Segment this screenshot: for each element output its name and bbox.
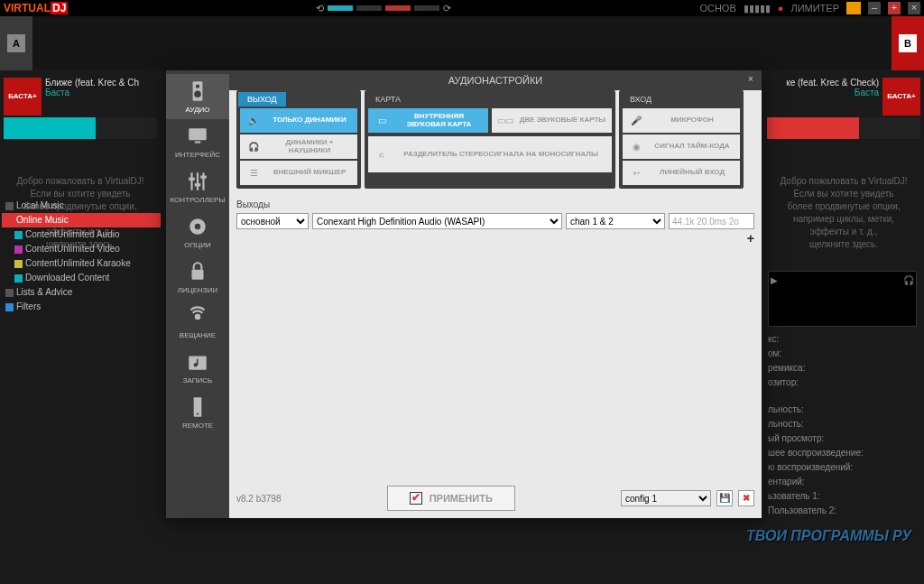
nav-broadcast[interactable]: ВЕЩАНИЕ [166,300,229,345]
nav-options[interactable]: ОПЦИИ [166,209,229,255]
deck-b-waveform[interactable] [767,117,920,139]
svg-point-12 [195,224,201,230]
monitor-icon [186,125,209,148]
music-folder-icon [186,350,209,374]
deck-a-title: Ближе (feat. Krec & Ch [45,78,139,88]
outputs-row: основной Conexant High Definition Audio … [236,213,754,229]
two-cards-icon: ▭▭ [497,113,513,129]
settings-button-top[interactable] [846,2,861,14]
nav-licenses[interactable]: ЛИЦЕНЗИИ [166,255,229,300]
svg-point-14 [195,314,201,320]
track-info-panel: ▶ 🎧 кс: ом: ремикса: озитор: льность: ль… [768,271,917,518]
output-sample-field[interactable] [669,213,754,229]
outputs-label: Выходы [236,199,754,209]
opt-stereo-split[interactable]: ⎌ РАЗДЕЛИТЕЛЬ СТЕРЕОСИГНАЛА НА МОНОСИГНА… [368,136,612,172]
opt-internal-card[interactable]: ▭ ВНУТРЕННЯЯ ЗВУКОВАЯ КАРТА [368,108,488,133]
output-device-select[interactable]: Conexant High Definition Audio (WASAPI) [312,213,562,229]
opt-speakers-headphones[interactable]: 🎧 ДИНАМИКИ + НАУШНИКИ [240,134,357,159]
svg-rect-13 [192,270,204,280]
svg-point-2 [194,90,201,97]
nav-interface[interactable]: ИНТЕРФЕЙС [166,119,229,164]
deck-b-badge[interactable]: B [892,16,924,70]
svg-rect-17 [197,359,199,366]
deck-a-waveform[interactable] [4,117,157,139]
check-icon [410,492,422,505]
tree-local-music[interactable]: Local Music [2,199,161,213]
opt-microphone[interactable]: 🎤 МИКРОФОН [623,108,740,133]
deck-a-artist: Баста [45,88,139,97]
config-select[interactable]: config 1 [621,490,711,506]
deck-a-cover[interactable]: БАСТА+ [4,78,42,116]
lock-icon [186,260,209,283]
vinyl-icon: ◉ [628,139,644,155]
svg-rect-4 [195,141,201,143]
app-logo: VIRTUALDJ [4,2,68,14]
master-label: ОСНОВ [699,3,735,14]
output-type-select[interactable]: основной [236,213,309,229]
add-output-button[interactable]: + [747,231,754,246]
opt-two-cards[interactable]: ▭▭ ДВЕ ЗВУКОВЫЕ КАРТЫ [492,108,612,133]
nav-remote[interactable]: REMOTE [166,390,229,435]
deck-b-cover[interactable]: БАСТА+ [882,78,920,116]
group-input: ВХОД 🎤 МИКРОФОН ◉ СИГНАЛ ТАЙМ-КОДА ➳ ЛИН… [619,90,744,189]
tree-cu-audio[interactable]: ContentUnlimited Audio [2,227,161,242]
svg-rect-5 [190,172,192,190]
sliders-icon [186,170,209,193]
tree-lists[interactable]: Lists & Advice [2,285,161,300]
gear-icon [186,215,209,238]
headphone-small-icon: 🎧 [245,139,262,155]
tree-cu-video[interactable]: ContentUnlimited Video [2,242,161,256]
mic-icon: 🎤 [628,113,644,129]
limiter-label: ЛИМИТЕР [790,3,839,14]
tree-filters[interactable]: Filters [2,300,161,314]
nav-audio[interactable]: АУДИО [166,74,229,119]
opt-speakers-only[interactable]: 🔈 ТОЛЬКО ДИНАМИКИ [240,108,357,133]
group-card: КАРТА ▭ ВНУТРЕННЯЯ ЗВУКОВАЯ КАРТА ▭▭ ДВЕ… [365,90,615,189]
output-channels-select[interactable]: chan 1 & 2 [566,213,665,229]
group-output: ВЫХОД 🔈 ТОЛЬКО ДИНАМИКИ 🎧 ДИНАМИКИ + НАУ… [236,90,361,189]
group-output-title: ВЫХОД [238,92,286,107]
headphone-icon[interactable]: 🎧 [903,273,914,288]
dialog-body: ВЫХОД 🔈 ТОЛЬКО ДИНАМИКИ 🎧 ДИНАМИКИ + НАУ… [229,70,762,518]
svg-rect-3 [189,128,207,140]
waveform-overview[interactable] [32,16,892,70]
svg-point-1 [196,84,199,88]
apply-button[interactable]: ПРИМЕНИТЬ [387,486,515,511]
opt-timecode[interactable]: ◉ СИГНАЛ ТАЙМ-КОДА [623,134,740,159]
settings-dialog: АУДИОНАСТРОЙКИ × АУДИО ИНТЕРФЕЙС КОНТРОЛ… [166,70,762,518]
tree-cu-karaoke[interactable]: ContentUnlimited Karaoke [2,256,161,271]
jack-icon: ➳ [628,165,644,181]
phone-icon [186,395,209,419]
deck-b-title: ке (feat. Krec & Check) [767,78,879,88]
deck-b-panel: ке (feat. Krec & Check) Баста БАСТА+ Доб… [763,74,924,255]
soundcard-icon: ▭ [374,113,390,129]
minimize-button[interactable]: – [868,2,881,14]
nav-controllers[interactable]: КОНТРОЛЛЕРЫ [166,164,229,209]
deck-b-artist: Баста [767,88,879,97]
opt-external-mixer[interactable]: ☰ ВНЕШНИЙ МИКШЕР [240,161,357,185]
delete-config-button[interactable]: ✖ [738,490,754,506]
level-meters: ⟲⟳ [316,3,451,14]
close-button[interactable]: × [908,2,920,14]
waveform-row: A B [0,16,924,70]
play-icon[interactable]: ▶ [771,273,778,288]
nav-record[interactable]: ЗАПИСЬ [166,345,229,390]
deck-b-welcome[interactable]: Добро пожаловать в VirtualDJ! Если вы хо… [767,175,920,251]
tree-downloaded[interactable]: Downloaded Content [2,271,161,285]
group-input-title: ВХОД [621,92,661,107]
maximize-button[interactable]: + [888,2,901,14]
split-icon: ⎌ [374,146,390,162]
opt-line-in[interactable]: ➳ ЛИНЕЙНЫЙ ВХОД [623,161,740,185]
svg-rect-8 [189,178,195,181]
save-config-button[interactable]: 💾 [716,490,733,506]
browser-tree[interactable]: Local Music Online Music ContentUnlimite… [2,199,161,314]
tree-online-music[interactable]: Online Music [2,213,161,227]
svg-point-19 [197,413,199,415]
broadcast-icon [186,305,209,329]
version-label: v8.2 b3798 [236,494,282,504]
svg-rect-7 [202,172,204,190]
svg-rect-9 [195,183,201,186]
video-preview[interactable]: ▶ 🎧 [768,271,917,327]
deck-a-badge[interactable]: A [0,16,32,70]
settings-nav: АУДИО ИНТЕРФЕЙС КОНТРОЛЛЕРЫ ОПЦИИ ЛИЦЕНЗ… [166,70,229,518]
